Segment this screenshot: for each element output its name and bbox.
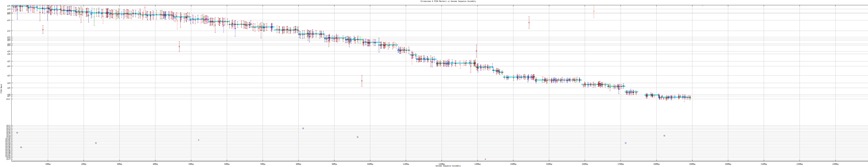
chart-page: 10Mbp20Mbp30Mbp40Mbp50Mbp60Mbp70Mbp80Mbp… (0, 0, 868, 167)
x-tick-label: 20Mbp (81, 163, 86, 165)
x-tick-label: 190Mbp (689, 163, 695, 165)
fish-marker-scatter-plot: 10Mbp20Mbp30Mbp40Mbp50Mbp60Mbp70Mbp80Mbp… (0, 0, 868, 167)
y-tick-label: p24 (7, 8, 10, 10)
x-tick-label: 220Mbp (797, 163, 803, 165)
x-tick-label: 70Mbp (260, 163, 265, 165)
y-tick-label: q15 (7, 51, 10, 52)
y-tick-label: q14 (7, 44, 10, 46)
y-tick-label: q12 (7, 39, 10, 41)
y-tick-label: p21 (7, 19, 10, 21)
x-tick-label: 150Mbp (546, 163, 552, 165)
x-tick-label: 30Mbp (117, 163, 122, 165)
x-tick-label: 170Mbp (618, 163, 624, 165)
x-tick-label: 110Mbp (403, 163, 409, 165)
y-tick-label: q24 (7, 82, 10, 84)
gridlines (11, 5, 868, 161)
y-tick-label: p25 (7, 5, 10, 7)
y-tick-label: chrY (6, 158, 10, 160)
band-step-line (12, 6, 690, 97)
x-tick-label: 40Mbp (153, 163, 158, 165)
x-tick-label: 210Mbp (761, 163, 767, 165)
y-tick-label: qter (6, 98, 10, 100)
x-tick-label: 130Mbp (474, 163, 481, 165)
x-tick-label: 100Mbp (367, 163, 373, 165)
x-tick-label: 200Mbp (725, 163, 731, 165)
y-tick-label: q16 (7, 53, 10, 55)
x-tick-label: 10Mbp (45, 163, 51, 165)
x-tick-label: 160Mbp (582, 163, 588, 165)
x-tick-label: 90Mbp (332, 163, 337, 165)
marker-series (13, 0, 703, 160)
y-tick-label: p12 (7, 30, 10, 32)
y-tick-label: p22 (7, 13, 10, 15)
y-tick-label: q27 (7, 95, 10, 97)
x-tick-label: 50Mbp (189, 163, 194, 165)
y-tick-label: q22 (7, 65, 10, 67)
x-tick-label: 230Mbp (832, 163, 839, 165)
y-tick-label: q25 (7, 87, 10, 89)
y-tick-label: q21 (7, 60, 10, 62)
x-tick-label: 120Mbp (438, 163, 445, 165)
x-tick-label: 140Mbp (510, 163, 517, 165)
x-tick-label: 80Mbp (296, 163, 301, 165)
axis-tick-labels: 10Mbp20Mbp30Mbp40Mbp50Mbp60Mbp70Mbp80Mbp… (5, 5, 868, 165)
x-tick-label: 60Mbp (224, 163, 229, 165)
x-tick-label: 180Mbp (653, 163, 660, 165)
y-tick-label: q23 (7, 75, 10, 77)
